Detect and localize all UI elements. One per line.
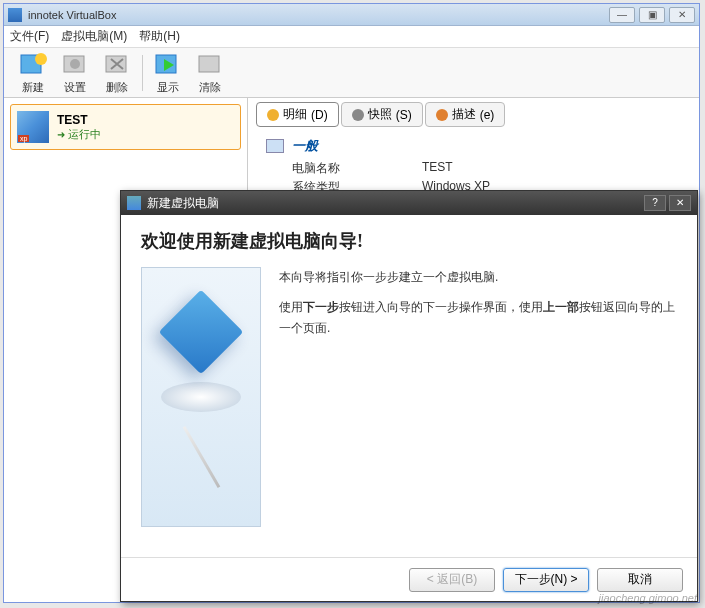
wizard-image <box>141 267 261 527</box>
desc-tab-icon <box>436 109 448 121</box>
wizard-text: 本向导将指引你一步步建立一个虚拟电脑. 使用下一步按钮进入向导的下一步操作界面，… <box>279 267 677 527</box>
virtualbox-logo-icon <box>159 290 244 375</box>
show-button[interactable]: 显示 <box>147 51 189 95</box>
new-icon <box>19 51 47 79</box>
wand-icon <box>182 426 220 488</box>
menu-vm[interactable]: 虚拟电脑(M) <box>61 28 127 45</box>
wizard-heading: 欢迎使用新建虚拟电脑向导! <box>141 229 677 253</box>
show-icon <box>154 51 182 79</box>
tab-description[interactable]: 描述(e) <box>425 102 506 127</box>
vm-name: TEST <box>57 113 101 127</box>
toolbar: 新建 设置 删除 显示 清除 <box>4 48 699 98</box>
disc-icon <box>161 382 241 412</box>
app-icon <box>8 8 22 22</box>
new-button[interactable]: 新建 <box>12 51 54 95</box>
watermark: jiaocheng.gimoo.net <box>599 592 697 604</box>
menubar: 文件(F) 虚拟电脑(M) 帮助(H) <box>4 26 699 48</box>
clear-icon <box>196 51 224 79</box>
wizard-body: 欢迎使用新建虚拟电脑向导! 本向导将指引你一步步建立一个虚拟电脑. 使用下一步按… <box>121 215 697 557</box>
monitor-icon <box>266 139 284 153</box>
wizard-dialog: 新建虚拟电脑 ? ✕ 欢迎使用新建虚拟电脑向导! 本向导将指引你一步步建立一个虚… <box>120 190 698 602</box>
tab-details[interactable]: 明细(D) <box>256 102 339 127</box>
delete-icon <box>103 51 131 79</box>
cancel-button[interactable]: 取消 <box>597 568 683 592</box>
vm-item[interactable]: TEST 运行中 <box>10 104 241 150</box>
next-button[interactable]: 下一步(N) > <box>503 568 589 592</box>
delete-button[interactable]: 删除 <box>96 51 138 95</box>
maximize-button[interactable]: ▣ <box>639 7 665 23</box>
settings-button[interactable]: 设置 <box>54 51 96 95</box>
details-tab-icon <box>267 109 279 121</box>
settings-icon <box>61 51 89 79</box>
tab-snapshots[interactable]: 快照(S) <box>341 102 423 127</box>
svg-rect-6 <box>199 56 219 72</box>
menu-file[interactable]: 文件(F) <box>10 28 49 45</box>
vm-state: 运行中 <box>57 127 101 142</box>
tabs: 明细(D) 快照(S) 描述(e) <box>256 102 691 127</box>
wizard-titlebar: 新建虚拟电脑 ? ✕ <box>121 191 697 215</box>
section-title: 一般 <box>292 137 318 155</box>
wizard-icon <box>127 196 141 210</box>
back-button[interactable]: < 返回(B) <box>409 568 495 592</box>
toolbar-separator <box>142 55 143 91</box>
close-button[interactable]: ✕ <box>669 7 695 23</box>
os-icon <box>17 111 49 143</box>
menu-help[interactable]: 帮助(H) <box>139 28 180 45</box>
wizard-title: 新建虚拟电脑 <box>147 195 641 212</box>
minimize-button[interactable]: — <box>609 7 635 23</box>
svg-point-1 <box>35 53 47 65</box>
wizard-help-button[interactable]: ? <box>644 195 666 211</box>
detail-row: 电脑名称TEST <box>266 159 681 178</box>
snapshot-tab-icon <box>352 109 364 121</box>
titlebar: innotek VirtualBox — ▣ ✕ <box>4 4 699 26</box>
window-title: innotek VirtualBox <box>28 9 609 21</box>
wizard-close-button[interactable]: ✕ <box>669 195 691 211</box>
svg-point-3 <box>70 59 80 69</box>
clear-button[interactable]: 清除 <box>189 51 231 95</box>
